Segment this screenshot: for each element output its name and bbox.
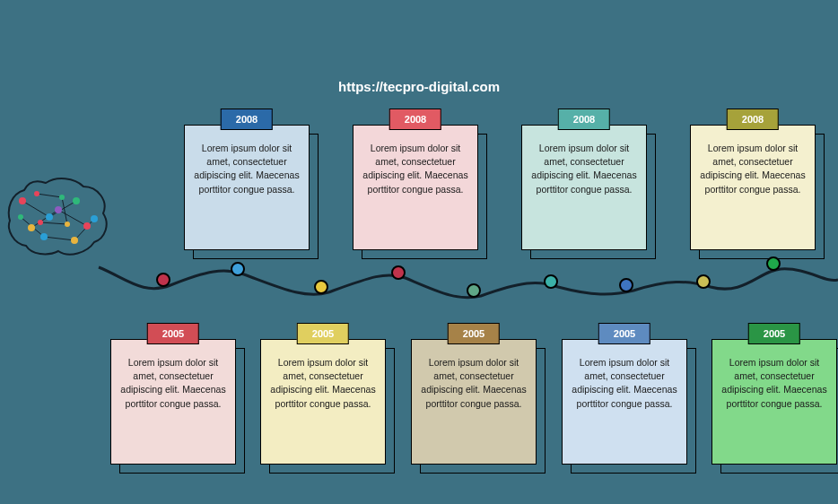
svg-line-5 [44,237,74,240]
timeline-dot [467,283,481,298]
timeline-card: Lorem ipsum dolor sit amet, consectetuer… [711,339,837,465]
svg-line-7 [37,194,62,197]
timeline-dot [231,262,245,276]
svg-line-6 [74,219,94,240]
card-year-badge: 2008 [727,109,779,130]
timeline-card: Lorem ipsum dolor sit amet, consectetuer… [260,339,386,465]
svg-line-9 [40,222,67,224]
svg-line-8 [62,197,67,224]
card-year-badge: 2005 [598,323,650,344]
card-body: Lorem ipsum dolor sit amet, consectetuer… [353,125,478,250]
timeline-dot [156,273,170,287]
svg-point-12 [73,197,80,204]
card-year-badge: 2008 [558,109,610,130]
svg-point-10 [19,197,26,204]
svg-line-0 [22,201,49,217]
card-year-badge: 2008 [389,109,441,130]
timeline-dot [314,280,328,294]
svg-point-22 [65,222,70,227]
timeline-card: Lorem ipsum dolor sit amet, consectetuer… [184,125,310,250]
card-body: Lorem ipsum dolor sit amet, consectetuer… [711,339,837,465]
timeline-card: Lorem ipsum dolor sit amet, consectetuer… [690,125,816,250]
svg-point-18 [71,237,78,244]
page-title: https://tecpro-digital.com [338,79,500,94]
card-body: Lorem ipsum dolor sit amet, consectetuer… [110,339,236,465]
svg-point-11 [46,213,53,221]
brain-illustration [4,174,112,262]
card-body: Lorem ipsum dolor sit amet, consectetuer… [690,125,816,250]
timeline-card: Lorem ipsum dolor sit amet, consectetuer… [562,339,687,465]
card-body: Lorem ipsum dolor sit amet, consectetuer… [411,339,537,465]
svg-point-13 [28,224,35,231]
card-year-badge: 2008 [221,109,273,130]
svg-point-15 [83,222,91,230]
timeline-card: Lorem ipsum dolor sit amet, consectetuer… [411,339,537,465]
timeline-dot [391,265,406,280]
card-year-badge: 2005 [147,323,199,344]
svg-point-16 [18,214,23,220]
timeline-dot [696,274,711,289]
card-body: Lorem ipsum dolor sit amet, consectetuer… [521,125,647,250]
timeline-dot [619,278,633,292]
timeline-dot [766,256,781,271]
card-year-badge: 2005 [297,323,349,344]
svg-point-23 [38,220,43,225]
timeline-card: Lorem ipsum dolor sit amet, consectetuer… [110,339,236,465]
svg-point-14 [55,206,62,213]
svg-point-21 [59,195,65,200]
svg-point-20 [34,191,39,196]
card-body: Lorem ipsum dolor sit amet, consectetuer… [562,339,687,465]
svg-point-17 [40,233,48,240]
timeline-card: Lorem ipsum dolor sit amet, consectetuer… [521,125,647,250]
timeline-dot [544,274,558,289]
card-year-badge: 2005 [448,323,500,344]
timeline-card: Lorem ipsum dolor sit amet, consectetuer… [353,125,478,250]
svg-point-19 [91,215,98,222]
card-body: Lorem ipsum dolor sit amet, consectetuer… [260,339,386,465]
svg-line-2 [31,210,58,228]
card-body: Lorem ipsum dolor sit amet, consectetuer… [184,125,310,250]
card-year-badge: 2005 [748,323,800,344]
